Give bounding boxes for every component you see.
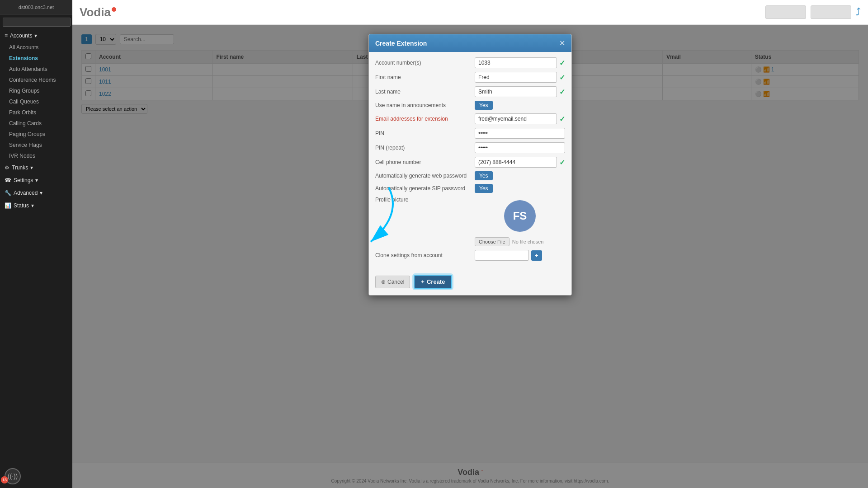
sidebar-item-ivr-nodes[interactable]: IVR Nodes <box>0 150 72 161</box>
file-input-wrap: Choose File No file chosen <box>475 237 565 246</box>
sidebar-search-input[interactable] <box>3 18 71 27</box>
exit-icon[interactable]: ⤴ <box>856 6 861 18</box>
sidebar-item-paging-groups[interactable]: Paging Groups <box>0 129 72 140</box>
status-section: 📊 Status ▾ <box>0 199 72 212</box>
logo-text: Vodia <box>80 5 111 19</box>
header-button-2[interactable] <box>811 5 851 19</box>
profile-pic-wrap: FS Choose File No file chosen <box>475 197 565 246</box>
trunks-header[interactable]: ⚙ Trunks ▾ <box>0 161 72 174</box>
avatar: FS <box>504 200 536 232</box>
trunks-section: ⚙ Trunks ▾ <box>0 161 72 174</box>
form-row-auto-sip-pwd: Automatically generate SIP password Yes <box>375 184 565 193</box>
firstname-valid-icon: ✓ <box>559 73 565 82</box>
account-valid-icon: ✓ <box>559 59 565 67</box>
sidebar-item-service-flags[interactable]: Service Flags <box>0 140 72 150</box>
phone-icon: ☎ <box>5 177 11 183</box>
email-input[interactable] <box>475 113 557 124</box>
cell-phone-label: Cell phone number <box>375 159 475 165</box>
radio-icon-wrap: ((·)) 13 <box>5 468 21 483</box>
lastname-label: Last name <box>375 89 475 95</box>
modal-header: Create Extension ✕ <box>369 34 571 52</box>
logo-dot <box>112 7 116 12</box>
sidebar-item-ring-groups[interactable]: Ring Groups <box>0 85 72 96</box>
cancel-icon: ⊗ <box>381 279 386 285</box>
cell-valid-icon: ✓ <box>559 158 565 167</box>
form-row-auto-web-pwd: Automatically generate web password Yes <box>375 171 565 180</box>
form-row-cell: Cell phone number ✓ <box>375 157 565 168</box>
status-label: Status <box>14 202 29 209</box>
trunks-label: Trunks <box>12 164 28 171</box>
modal-overlay: Create Extension ✕ Account number(s) ✓ <box>72 25 868 488</box>
modal-footer: ⊗ Cancel + Create <box>369 270 571 295</box>
chart-icon: 📊 <box>5 202 11 209</box>
cancel-label: Cancel <box>387 279 404 285</box>
clone-label: Clone settings from account <box>375 252 475 258</box>
cell-phone-input[interactable] <box>475 157 557 168</box>
lastname-wrap: ✓ <box>475 86 565 97</box>
account-number-input[interactable] <box>475 57 557 68</box>
create-extension-modal: Create Extension ✕ Account number(s) ✓ <box>368 34 572 296</box>
chevron-down-icon: ▾ <box>34 33 37 39</box>
account-number-wrap: ✓ <box>475 57 565 68</box>
form-row-lastname: Last name ✓ <box>375 86 565 97</box>
pin-label: PIN <box>375 130 475 136</box>
auto-sip-pwd-label: Automatically generate SIP password <box>375 185 475 192</box>
accounts-label: Accounts <box>10 33 32 39</box>
profile-pic-label: Profile picture <box>375 197 475 203</box>
cell-wrap: ✓ <box>475 157 565 168</box>
header-button-1[interactable] <box>765 5 806 19</box>
account-number-label: Account number(s) <box>375 60 475 66</box>
settings-label: Settings <box>14 177 33 183</box>
sidebar: dst003.onc3.net 🔍 ≡ Accounts ▾ All Accou… <box>0 0 72 488</box>
use-name-toggle[interactable]: Yes <box>475 101 493 110</box>
auto-web-pwd-label: Automatically generate web password <box>375 173 475 179</box>
settings-header[interactable]: ☎ Settings ▾ <box>0 174 72 187</box>
trunks-icon: ⚙ <box>5 164 9 171</box>
sidebar-item-park-orbits[interactable]: Park Orbits <box>0 107 72 118</box>
trunks-chevron-icon: ▾ <box>30 164 33 171</box>
sidebar-item-conference-rooms[interactable]: Conference Rooms <box>0 75 72 85</box>
accounts-header[interactable]: ≡ Accounts ▾ <box>0 29 72 42</box>
create-label: Create <box>427 278 445 285</box>
auto-web-pwd-toggle[interactable]: Yes <box>475 171 493 180</box>
sidebar-item-call-queues[interactable]: Call Queues <box>0 96 72 107</box>
sidebar-item-auto-attendants[interactable]: Auto Attendants <box>0 64 72 75</box>
form-row-firstname: First name ✓ <box>375 72 565 83</box>
sidebar-item-all-accounts[interactable]: All Accounts <box>0 42 72 53</box>
header-right: ⤴ <box>765 5 861 19</box>
no-file-text: No file chosen <box>512 239 544 244</box>
hostname-link[interactable]: dst003.onc3.net <box>19 5 54 10</box>
status-header[interactable]: 📊 Status ▾ <box>0 199 72 212</box>
advanced-section: 🔧 Advanced ▾ <box>0 187 72 199</box>
clone-wrap: + <box>475 250 565 261</box>
clone-add-button[interactable]: + <box>531 250 542 261</box>
create-button[interactable]: + Create <box>414 275 452 289</box>
pin-repeat-label: PIN (repeat) <box>375 145 475 151</box>
form-row-use-name: Use name in announcements Yes <box>375 101 565 110</box>
form-row-account: Account number(s) ✓ <box>375 57 565 68</box>
clone-input[interactable] <box>475 250 529 261</box>
advanced-chevron-icon: ▾ <box>40 190 42 196</box>
modal-close-button[interactable]: ✕ <box>559 39 565 47</box>
auto-sip-pwd-toggle[interactable]: Yes <box>475 184 493 193</box>
form-row-pin-repeat: PIN (repeat) <box>375 142 565 153</box>
settings-section: ☎ Settings ▾ <box>0 174 72 187</box>
firstname-label: First name <box>375 74 475 80</box>
advanced-header[interactable]: 🔧 Advanced ▾ <box>0 187 72 199</box>
header: Vodia ⤴ <box>72 0 868 25</box>
choose-file-button[interactable]: Choose File <box>475 237 509 246</box>
sidebar-search-area: 🔍 <box>0 14 72 29</box>
email-valid-icon: ✓ <box>559 115 565 123</box>
sidebar-item-extensions[interactable]: Extensions <box>0 53 72 64</box>
sidebar-item-calling-cards[interactable]: Calling Cards <box>0 118 72 129</box>
modal-title: Create Extension <box>375 40 427 47</box>
form-row-pin: PIN <box>375 128 565 139</box>
lastname-input[interactable] <box>475 86 557 97</box>
firstname-input[interactable] <box>475 72 557 83</box>
pin-repeat-input[interactable] <box>475 142 565 153</box>
pin-input[interactable] <box>475 128 565 139</box>
email-wrap: ✓ <box>475 113 565 124</box>
cancel-button[interactable]: ⊗ Cancel <box>375 276 410 288</box>
email-label: Email addresses for extension <box>375 116 475 122</box>
sidebar-hostname: dst003.onc3.net <box>0 0 72 14</box>
